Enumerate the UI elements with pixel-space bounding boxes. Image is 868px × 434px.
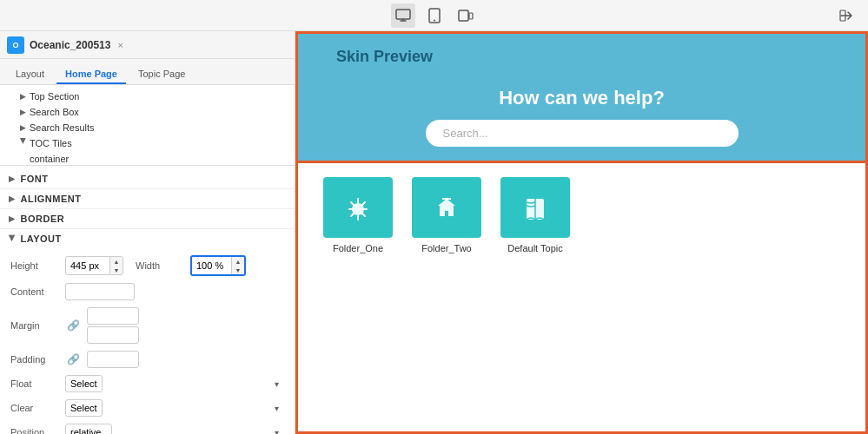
svg-rect-0 — [396, 10, 410, 19]
toc-tile-label-2: Default Topic — [507, 243, 562, 253]
arrow-icon: ▶ — [17, 91, 28, 102]
margin-row: Margin 🔗 — [10, 307, 284, 344]
toc-tile-icon-1 — [412, 177, 481, 238]
toc-tile-icon-2 — [500, 177, 570, 238]
svg-rect-4 — [469, 13, 473, 19]
toc-tile-label-1: Folder_Two — [421, 243, 471, 253]
left-panel: O Oceanic_200513 × Layout Home Page Topi… — [0, 31, 295, 434]
margin-input-top[interactable] — [87, 307, 139, 325]
float-row: Float Select left right none — [10, 375, 284, 392]
width-input[interactable] — [192, 258, 231, 273]
section-font-label: FONT — [21, 174, 49, 184]
exit-icon[interactable] — [835, 3, 859, 28]
margin-label: Margin — [10, 320, 58, 331]
skin-preview-title: Skin Preview — [336, 48, 433, 66]
svg-line-14 — [351, 214, 354, 216]
tree-item-search-results[interactable]: ▶ Search Results — [0, 120, 295, 135]
skin-preview-header: Skin Preview How can we help? Search... — [295, 31, 868, 161]
section-font-header[interactable]: ▶ FONT — [0, 169, 295, 188]
collapse-arrow: ▶ — [9, 214, 16, 223]
collapse-arrow: ▶ — [9, 194, 16, 203]
tree-nav: ▶ Top Section ▶ Search Box ▶ Search Resu… — [0, 85, 295, 165]
right-preview: Skin Preview How can we help? Search... — [295, 31, 868, 434]
section-alignment-header[interactable]: ▶ ALIGNMENT — [0, 189, 295, 208]
tab-topic-page[interactable]: Topic Page — [129, 65, 194, 84]
svg-line-12 — [362, 214, 365, 216]
section-alignment: ▶ ALIGNMENT — [0, 189, 295, 209]
width-down-btn[interactable]: ▼ — [232, 266, 244, 274]
section-layout-label: LAYOUT — [21, 233, 62, 244]
toc-tiles-area: Folder_One Folder_Two — [295, 161, 868, 434]
collapse-arrow: ▶ — [8, 235, 17, 242]
arrow-icon: ▶ — [17, 122, 28, 133]
padding-input[interactable] — [87, 351, 139, 368]
file-icon: O — [7, 36, 24, 54]
width-up-btn[interactable]: ▲ — [232, 257, 244, 266]
toolbar-icons — [391, 3, 478, 28]
section-border-header[interactable]: ▶ BORDER — [0, 209, 295, 228]
width-spinner: ▲ ▼ — [231, 257, 244, 274]
tree-item-container[interactable]: container — [0, 151, 295, 165]
svg-line-13 — [362, 202, 365, 205]
float-select-wrapper: Select left right none — [65, 375, 284, 392]
tree-label: TOC Tiles — [30, 138, 72, 148]
svg-line-11 — [351, 202, 354, 205]
height-spinner: ▲ ▼ — [109, 257, 123, 274]
arrow-icon: ▶ — [17, 138, 28, 148]
tree-label: Top Section — [30, 91, 79, 102]
section-layout-header[interactable]: ▶ LAYOUT — [0, 229, 295, 248]
svg-point-2 — [434, 19, 435, 21]
float-select[interactable]: Select left right none — [65, 375, 103, 392]
height-label: Height — [10, 260, 58, 271]
clear-row: Clear Select left right both none — [10, 399, 284, 417]
width-input-group: ▲ ▼ — [190, 255, 246, 276]
help-text: How can we help? — [499, 87, 665, 109]
content-label: Content — [10, 286, 58, 297]
position-row: Position relative absolute fixed static … — [10, 424, 284, 434]
section-border: ▶ BORDER — [0, 209, 295, 229]
toc-tile-icon-0 — [323, 177, 393, 238]
tree-item-search-box[interactable]: ▶ Search Box — [0, 104, 295, 120]
tab-close-button[interactable]: × — [117, 40, 123, 50]
svg-rect-3 — [459, 10, 468, 21]
tablet-icon[interactable] — [422, 3, 447, 28]
tree-label: Search Box — [30, 107, 79, 117]
tab-home-page[interactable]: Home Page — [56, 65, 126, 84]
padding-row: Padding 🔗 — [10, 351, 284, 368]
layout-content: Height ▲ ▼ Width ▲ — [0, 248, 295, 434]
height-input[interactable] — [66, 258, 109, 273]
search-bar: Search... — [426, 120, 739, 147]
margin-link-icon[interactable]: 🔗 — [67, 319, 80, 332]
toc-tile-1[interactable]: Folder_Two — [407, 177, 486, 253]
arrow-icon: ▶ — [17, 107, 28, 117]
search-placeholder: Search... — [443, 127, 488, 140]
position-select[interactable]: relative absolute fixed static sticky — [65, 424, 112, 434]
padding-label: Padding — [10, 354, 58, 365]
toc-tile-0[interactable]: Folder_One — [319, 177, 397, 253]
position-select-wrapper: relative absolute fixed static sticky — [65, 424, 284, 434]
responsive-icon[interactable] — [454, 3, 478, 28]
page-tabs: Layout Home Page Topic Page — [0, 59, 295, 85]
clear-select[interactable]: Select left right both none — [65, 399, 103, 417]
width-label: Width — [136, 260, 183, 271]
height-up-btn[interactable]: ▲ — [110, 257, 123, 266]
toc-tile-2[interactable]: Default Topic — [496, 177, 574, 253]
top-toolbar — [0, 0, 868, 31]
padding-link-icon[interactable]: 🔗 — [67, 353, 80, 365]
height-down-btn[interactable]: ▼ — [110, 266, 123, 274]
tree-label: container — [30, 154, 69, 164]
desktop-icon[interactable] — [391, 3, 415, 28]
content-input[interactable] — [65, 283, 135, 300]
preview-frame: Skin Preview How can we help? Search... — [295, 31, 868, 434]
tab-layout[interactable]: Layout — [7, 65, 53, 84]
file-name: Oceanic_200513 — [30, 39, 110, 51]
tree-item-toc-tiles[interactable]: ▶ TOC Tiles — [0, 135, 295, 151]
tree-item-top-section[interactable]: ▶ Top Section — [0, 89, 295, 104]
margin-input-bottom[interactable] — [87, 326, 139, 344]
height-input-group: ▲ ▼ — [65, 256, 123, 275]
position-label: Position — [10, 427, 58, 434]
section-border-label: BORDER — [21, 214, 65, 224]
section-font: ▶ FONT — [0, 169, 295, 189]
section-layout: ▶ LAYOUT Height ▲ ▼ Wid — [0, 229, 295, 434]
tree-label: Search Results — [30, 122, 95, 133]
